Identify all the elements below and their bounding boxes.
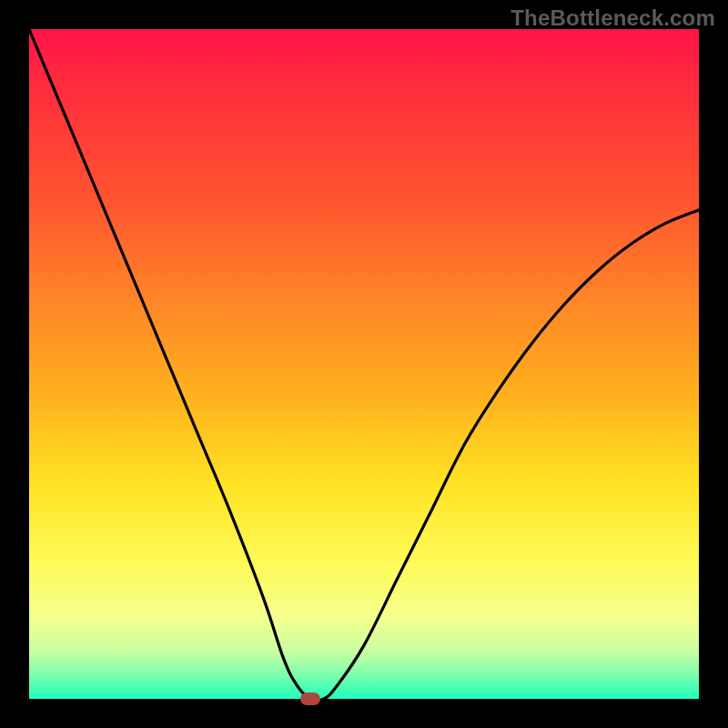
watermark-text: TheBottleneck.com: [511, 5, 715, 31]
bottleneck-curve: [29, 29, 699, 701]
curve-svg: [29, 29, 699, 699]
plot-area: [29, 29, 699, 699]
minimum-marker: [300, 693, 320, 705]
chart-frame: TheBottleneck.com: [0, 0, 728, 728]
